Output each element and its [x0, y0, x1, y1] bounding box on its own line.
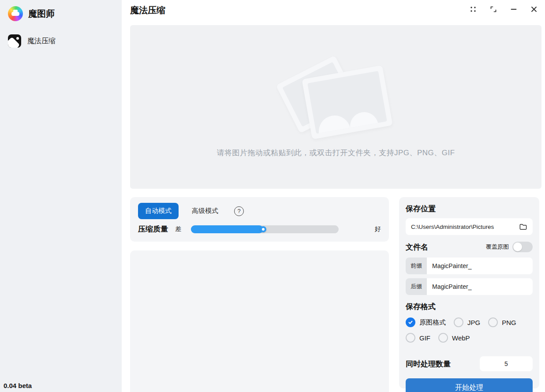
- format-radio-row-1: 原图格式 JPG PNG: [406, 317, 533, 327]
- save-path-box: [406, 218, 533, 235]
- sidebar-item-magic-compress[interactable]: 魔法压缩: [0, 29, 122, 53]
- concurrency-row: 同时处理数量: [406, 356, 533, 371]
- suffix-row: 后缀: [406, 278, 533, 295]
- folder-icon[interactable]: [519, 222, 527, 231]
- format-radio-row-2: GIF WebP: [406, 333, 533, 343]
- radio-circle: [454, 317, 463, 327]
- save-format-heading: 保存格式: [406, 302, 533, 312]
- drop-hint-text: 请将图片拖动或粘贴到此，或双击打开文件夹，支持JPG、PNG、GIF: [130, 148, 541, 158]
- radio-circle: [406, 317, 415, 327]
- concurrency-label: 同时处理数量: [406, 359, 451, 369]
- quality-slider[interactable]: [191, 225, 339, 233]
- image-drop-zone[interactable]: 请将图片拖动或粘贴到此，或双击打开文件夹，支持JPG、PNG、GIF: [130, 25, 541, 189]
- save-settings-panel: 保存位置 文件名 覆盖原图 前缀 后缀 保存格式 原图格式: [399, 197, 539, 388]
- minimize-icon[interactable]: [509, 4, 519, 14]
- radio-webp[interactable]: WebP: [438, 333, 470, 343]
- quality-label: 压缩质量: [138, 224, 175, 234]
- help-icon[interactable]: ?: [234, 206, 244, 216]
- radio-circle: [406, 333, 415, 343]
- photo-placeholder-icon: [281, 60, 391, 143]
- prefix-input[interactable]: [427, 258, 533, 274]
- prefix-row: 前缀: [406, 258, 533, 274]
- grid-dots-icon[interactable]: [468, 4, 478, 14]
- suffix-tag: 后缀: [406, 278, 427, 295]
- image-icon: [8, 34, 21, 48]
- prefix-tag: 前缀: [406, 258, 427, 274]
- window-controls: [468, 4, 539, 14]
- overwrite-toggle[interactable]: [512, 242, 533, 252]
- app-version: 0.04 beta: [4, 382, 32, 389]
- sidebar: 魔图师 魔法压缩 0.04 beta: [0, 0, 122, 392]
- app-name: 魔图师: [28, 8, 55, 20]
- radio-jpg[interactable]: JPG: [454, 317, 480, 327]
- concurrency-input[interactable]: [480, 356, 533, 371]
- radio-original-format[interactable]: 原图格式: [406, 317, 446, 327]
- save-location-heading: 保存位置: [406, 204, 533, 214]
- app-header: 魔图师: [0, 0, 122, 26]
- quality-max-label: 好: [375, 225, 381, 233]
- compression-mode-panel: 自动模式 高级模式 ? 压缩质量 差 好: [130, 197, 389, 242]
- sidebar-item-label: 魔法压缩: [27, 37, 56, 46]
- filename-heading: 文件名: [406, 242, 428, 252]
- overwrite-label: 覆盖原图: [486, 243, 509, 251]
- filename-row: 文件名 覆盖原图: [406, 242, 533, 252]
- page-title: 魔法压缩: [130, 4, 165, 16]
- radio-png[interactable]: PNG: [488, 317, 516, 327]
- close-icon[interactable]: [529, 4, 539, 14]
- tab-auto-mode[interactable]: 自动模式: [138, 203, 179, 219]
- save-path-input[interactable]: [411, 224, 519, 230]
- radio-gif[interactable]: GIF: [406, 333, 430, 343]
- suffix-input[interactable]: [427, 278, 533, 295]
- app-logo-icon: [8, 6, 23, 21]
- slider-thumb[interactable]: [260, 226, 266, 232]
- slider-fill: [191, 225, 263, 233]
- quality-min-label: 差: [175, 225, 187, 233]
- fullscreen-icon[interactable]: [489, 4, 498, 14]
- radio-circle: [438, 333, 448, 343]
- start-processing-button[interactable]: 开始处理: [406, 378, 533, 392]
- radio-circle: [488, 317, 498, 327]
- tab-advanced-mode[interactable]: 高级模式: [185, 203, 225, 219]
- mode-tabs: 自动模式 高级模式 ?: [138, 203, 381, 219]
- quality-row: 压缩质量 差 好: [138, 224, 381, 234]
- file-list-panel: [130, 250, 389, 392]
